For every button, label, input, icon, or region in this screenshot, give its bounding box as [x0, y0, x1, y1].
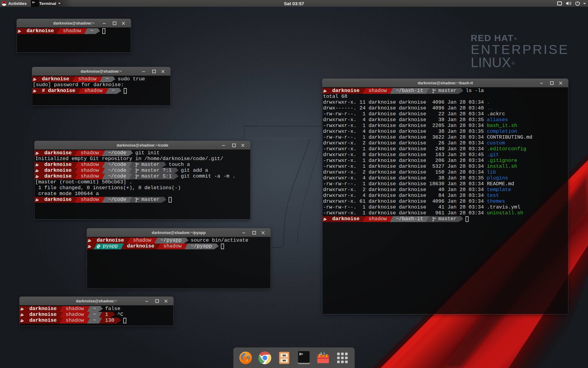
svg-text:$>: $> — [299, 352, 303, 356]
svg-text:$>: $> — [32, 1, 35, 4]
